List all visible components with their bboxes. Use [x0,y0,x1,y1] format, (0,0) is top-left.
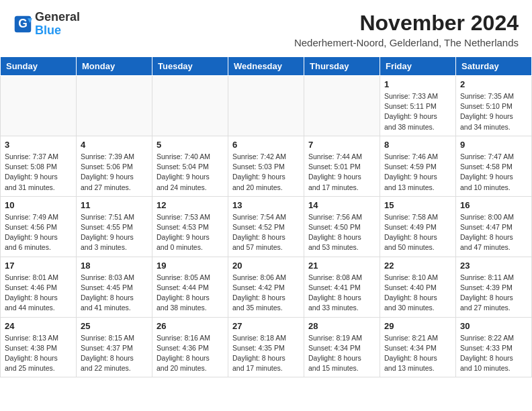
calendar-cell: 21Sunrise: 8:08 AM Sunset: 4:41 PM Dayli… [304,257,380,317]
day-number: 26 [157,321,224,331]
logo-line1: General [35,11,80,24]
day-number: 27 [232,321,300,331]
day-number: 17 [5,261,72,271]
month-title: November 2024 [294,11,519,36]
day-info: Sunrise: 7:58 AM Sunset: 4:49 PM Dayligh… [384,212,451,253]
day-number: 21 [308,261,375,271]
weekday-header-wednesday: Wednesday [228,57,304,76]
calendar-cell: 4Sunrise: 7:39 AM Sunset: 5:06 PM Daylig… [77,136,152,196]
calendar-week-row: 24Sunrise: 8:13 AM Sunset: 4:38 PM Dayli… [1,317,532,377]
day-info: Sunrise: 8:00 AM Sunset: 4:47 PM Dayligh… [460,212,527,253]
calendar-week-row: 3Sunrise: 7:37 AM Sunset: 5:08 PM Daylig… [1,136,532,196]
calendar-cell: 24Sunrise: 8:13 AM Sunset: 4:38 PM Dayli… [1,317,77,377]
calendar-cell: 11Sunrise: 7:51 AM Sunset: 4:55 PM Dayli… [77,196,152,257]
day-info: Sunrise: 7:44 AM Sunset: 5:01 PM Dayligh… [308,152,375,193]
weekday-header-sunday: Sunday [1,57,77,76]
calendar-cell [152,76,228,136]
calendar-cell: 20Sunrise: 8:06 AM Sunset: 4:42 PM Dayli… [228,257,304,317]
day-number: 19 [157,261,224,271]
day-number: 24 [5,321,72,331]
weekday-header-friday: Friday [380,57,456,76]
calendar-cell: 1Sunrise: 7:33 AM Sunset: 5:11 PM Daylig… [380,76,456,136]
calendar-cell: 12Sunrise: 7:53 AM Sunset: 4:53 PM Dayli… [152,196,228,257]
location-title: Nederhemert-Noord, Gelderland, The Nethe… [294,37,519,48]
day-info: Sunrise: 7:35 AM Sunset: 5:10 PM Dayligh… [460,91,527,132]
day-info: Sunrise: 7:46 AM Sunset: 4:59 PM Dayligh… [384,152,451,193]
calendar-cell: 30Sunrise: 8:22 AM Sunset: 4:33 PM Dayli… [456,317,532,377]
day-number: 2 [460,79,527,89]
day-info: Sunrise: 7:47 AM Sunset: 4:58 PM Dayligh… [460,152,527,193]
day-number: 29 [384,321,451,331]
title-block: November 2024 Nederhemert-Noord, Gelderl… [294,11,519,48]
day-info: Sunrise: 7:54 AM Sunset: 4:52 PM Dayligh… [232,212,300,253]
day-info: Sunrise: 8:11 AM Sunset: 4:39 PM Dayligh… [460,273,527,314]
calendar-cell: 6Sunrise: 7:42 AM Sunset: 5:03 PM Daylig… [228,136,304,196]
day-number: 6 [232,140,300,150]
day-number: 22 [384,261,451,271]
day-info: Sunrise: 7:40 AM Sunset: 5:04 PM Dayligh… [157,152,224,193]
calendar-table: SundayMondayTuesdayWednesdayThursdayFrid… [0,56,532,377]
day-number: 1 [384,79,451,89]
day-number: 23 [460,261,527,271]
day-number: 11 [81,200,148,210]
weekday-header-thursday: Thursday [304,57,380,76]
calendar-cell: 13Sunrise: 7:54 AM Sunset: 4:52 PM Dayli… [228,196,304,257]
day-info: Sunrise: 7:39 AM Sunset: 5:06 PM Dayligh… [81,152,148,193]
calendar-cell: 15Sunrise: 7:58 AM Sunset: 4:49 PM Dayli… [380,196,456,257]
calendar-cell: 5Sunrise: 7:40 AM Sunset: 5:04 PM Daylig… [152,136,228,196]
day-number: 14 [308,200,375,210]
calendar-cell: 29Sunrise: 8:21 AM Sunset: 4:34 PM Dayli… [380,317,456,377]
day-info: Sunrise: 7:53 AM Sunset: 4:53 PM Dayligh… [157,212,224,253]
calendar-cell [304,76,380,136]
day-info: Sunrise: 8:13 AM Sunset: 4:38 PM Dayligh… [5,333,72,374]
day-number: 3 [5,140,72,150]
day-info: Sunrise: 8:19 AM Sunset: 4:34 PM Dayligh… [308,333,375,374]
calendar-week-row: 10Sunrise: 7:49 AM Sunset: 4:56 PM Dayli… [1,196,532,257]
day-number: 13 [232,200,300,210]
calendar-cell: 16Sunrise: 8:00 AM Sunset: 4:47 PM Dayli… [456,196,532,257]
calendar-cell: 27Sunrise: 8:18 AM Sunset: 4:35 PM Dayli… [228,317,304,377]
day-number: 20 [232,261,300,271]
day-info: Sunrise: 7:33 AM Sunset: 5:11 PM Dayligh… [384,91,451,132]
calendar-cell: 28Sunrise: 8:19 AM Sunset: 4:34 PM Dayli… [304,317,380,377]
calendar-cell: 7Sunrise: 7:44 AM Sunset: 5:01 PM Daylig… [304,136,380,196]
day-number: 5 [157,140,224,150]
day-info: Sunrise: 8:03 AM Sunset: 4:45 PM Dayligh… [81,273,148,314]
day-info: Sunrise: 8:15 AM Sunset: 4:37 PM Dayligh… [81,333,148,374]
day-number: 8 [384,140,451,150]
calendar-cell: 14Sunrise: 7:56 AM Sunset: 4:50 PM Dayli… [304,196,380,257]
calendar-week-row: 1Sunrise: 7:33 AM Sunset: 5:11 PM Daylig… [1,76,532,136]
calendar-cell: 26Sunrise: 8:16 AM Sunset: 4:36 PM Dayli… [152,317,228,377]
calendar-cell: 23Sunrise: 8:11 AM Sunset: 4:39 PM Dayli… [456,257,532,317]
day-info: Sunrise: 8:10 AM Sunset: 4:40 PM Dayligh… [384,273,451,314]
day-number: 7 [308,140,375,150]
day-info: Sunrise: 8:16 AM Sunset: 4:36 PM Dayligh… [157,333,224,374]
calendar-cell: 8Sunrise: 7:46 AM Sunset: 4:59 PM Daylig… [380,136,456,196]
day-number: 16 [460,200,527,210]
calendar-cell: 9Sunrise: 7:47 AM Sunset: 4:58 PM Daylig… [456,136,532,196]
day-number: 15 [384,200,451,210]
day-number: 12 [157,200,224,210]
day-info: Sunrise: 8:01 AM Sunset: 4:46 PM Dayligh… [5,273,72,314]
logo: G General Blue [13,11,80,38]
calendar-cell [1,76,77,136]
day-info: Sunrise: 7:56 AM Sunset: 4:50 PM Dayligh… [308,212,375,253]
day-info: Sunrise: 7:37 AM Sunset: 5:08 PM Dayligh… [5,152,72,193]
day-number: 10 [5,200,72,210]
day-number: 18 [81,261,148,271]
day-info: Sunrise: 8:21 AM Sunset: 4:34 PM Dayligh… [384,333,451,374]
calendar-week-row: 17Sunrise: 8:01 AM Sunset: 4:46 PM Dayli… [1,257,532,317]
day-number: 9 [460,140,527,150]
calendar-cell [228,76,304,136]
day-info: Sunrise: 8:18 AM Sunset: 4:35 PM Dayligh… [232,333,300,374]
calendar-cell: 25Sunrise: 8:15 AM Sunset: 4:37 PM Dayli… [77,317,152,377]
calendar-cell: 10Sunrise: 7:49 AM Sunset: 4:56 PM Dayli… [1,196,77,257]
logo-icon: G [13,15,32,34]
day-info: Sunrise: 8:06 AM Sunset: 4:42 PM Dayligh… [232,273,300,314]
day-number: 30 [460,321,527,331]
day-info: Sunrise: 8:08 AM Sunset: 4:41 PM Dayligh… [308,273,375,314]
day-info: Sunrise: 7:49 AM Sunset: 4:56 PM Dayligh… [5,212,72,253]
calendar-cell: 22Sunrise: 8:10 AM Sunset: 4:40 PM Dayli… [380,257,456,317]
day-info: Sunrise: 8:22 AM Sunset: 4:33 PM Dayligh… [460,333,527,374]
page-header: G General Blue November 2024 Nederhemert… [0,0,532,51]
